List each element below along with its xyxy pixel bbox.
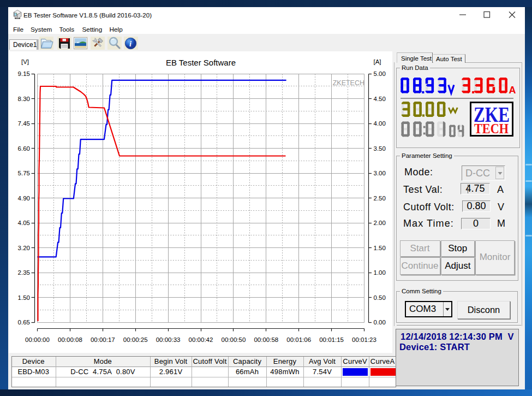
svg-text:7.45: 7.45 — [18, 120, 30, 127]
svg-text:5.75: 5.75 — [18, 170, 30, 176]
svg-text:i: i — [129, 40, 131, 48]
svg-text:3.00: 3.00 — [374, 170, 386, 176]
svg-text:00:01:15: 00:01:15 — [319, 336, 344, 343]
svg-text:[V]: [V] — [21, 58, 29, 65]
svg-text:[A]: [A] — [374, 58, 381, 65]
svg-text:00:00:00: 00:00:00 — [25, 336, 50, 343]
svg-text:00:01:06: 00:01:06 — [286, 336, 311, 343]
svg-text:4.50: 4.50 — [374, 96, 386, 102]
svg-text:1.00: 1.00 — [374, 269, 386, 276]
svg-text:5.00: 5.00 — [374, 70, 386, 77]
svg-text:1.50: 1.50 — [18, 294, 30, 301]
svg-text:0.65: 0.65 — [18, 319, 30, 326]
svg-text:4.00: 4.00 — [374, 120, 386, 127]
svg-text:9.15: 9.15 — [18, 70, 30, 77]
svg-text:00:00:42: 00:00:42 — [189, 336, 213, 343]
svg-text:00:00:50: 00:00:50 — [222, 336, 246, 343]
svg-text:TECH: TECH — [474, 121, 509, 136]
svg-text:2.35: 2.35 — [18, 269, 30, 276]
svg-text:00:00:08: 00:00:08 — [58, 336, 82, 343]
svg-text:6.60: 6.60 — [18, 145, 30, 152]
svg-text:4.90: 4.90 — [18, 195, 30, 202]
svg-text:2.00: 2.00 — [374, 220, 386, 226]
svg-text:00:01:23: 00:01:23 — [352, 336, 376, 343]
svg-text:00:00:58: 00:00:58 — [254, 336, 278, 343]
svg-text:8.30: 8.30 — [18, 96, 30, 102]
svg-text:0.50: 0.50 — [374, 294, 386, 301]
svg-text:4.05: 4.05 — [18, 220, 30, 226]
svg-text:1.50: 1.50 — [374, 245, 386, 251]
svg-text:00:00:17: 00:00:17 — [91, 336, 115, 343]
svg-text:3.50: 3.50 — [374, 145, 386, 152]
svg-text:ZKETECH: ZKETECH — [333, 79, 364, 87]
svg-text:EB Tester Software: EB Tester Software — [166, 58, 236, 67]
svg-text:00:00:33: 00:00:33 — [156, 336, 181, 343]
svg-text:A: A — [509, 85, 516, 96]
svg-text:0.00: 0.00 — [374, 319, 386, 326]
svg-text:2.50: 2.50 — [374, 195, 386, 202]
svg-text:3.20: 3.20 — [18, 245, 30, 251]
svg-text:00:00:25: 00:00:25 — [123, 336, 148, 343]
